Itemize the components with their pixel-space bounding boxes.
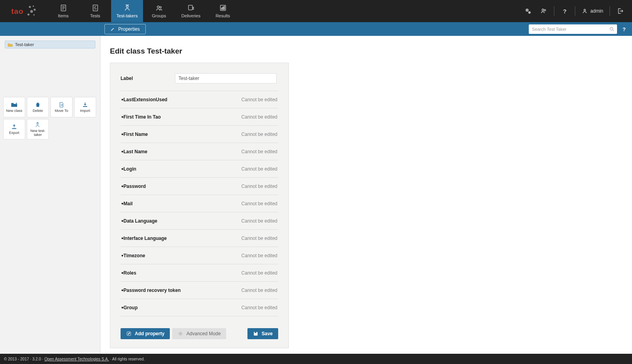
import-icon [82,102,89,108]
svg-point-23 [527,10,528,11]
search-input[interactable] [529,24,617,34]
properties-button[interactable]: Properties [104,24,146,34]
footer-version: 3.2.0 · [32,357,43,361]
svg-point-0 [29,6,31,8]
tree-item-test-taker[interactable]: Test-taker [5,41,95,48]
property-row: LoginCannot be edited [121,160,278,178]
results-icon [219,4,227,12]
property-name: Interface Language [121,235,167,241]
property-row: Password recovery tokenCannot be edited [121,282,278,299]
new-test-taker-button[interactable]: New test-taker [27,119,49,139]
svg-point-16 [160,6,161,8]
help-button[interactable]: ? [558,4,572,18]
property-row: Last NameCannot be edited [121,143,278,160]
nav-right: ? admin [521,0,632,22]
property-name: Roles [121,269,136,276]
property-status: Cannot be edited [242,288,277,293]
move-to-button[interactable]: Move To [50,97,72,117]
footer-copyright: © 2013 - 2017 · [4,357,31,361]
save-icon [253,331,258,336]
svg-point-2 [33,9,35,11]
nav-deliveries-tab[interactable]: Deliveries [175,0,207,22]
help-icon: ? [563,8,567,15]
property-name: Timezone [121,252,145,259]
tree: Test-taker [0,36,100,53]
property-status: Cannot be edited [242,218,277,224]
property-name: Password [121,183,146,189]
property-name: Password recovery token [121,287,181,293]
action-label: Export [9,131,19,135]
main-layout: Test-taker + New class Delete Move To Im… [0,36,632,354]
svg-point-24 [529,12,531,14]
property-status: Cannot be edited [242,201,277,206]
gears-icon [524,7,532,15]
svg-point-32 [37,123,38,124]
nav-groups-tab[interactable]: Groups [143,0,175,22]
property-status: Cannot be edited [242,132,277,137]
user-menu[interactable]: admin [578,8,606,14]
svg-point-28 [584,9,586,11]
svg-point-25 [529,12,530,13]
edit-plus-icon [126,331,132,336]
property-row: GroupCannot be edited [121,299,278,316]
nav-results-tab[interactable]: Results [207,0,239,22]
import-button[interactable]: Import [74,97,96,117]
button-label: Advanced Mode [186,331,221,336]
property-row: RolesCannot be edited [121,264,278,282]
nav-label: Groups [152,13,166,18]
property-name: Group [121,304,138,311]
svg-rect-17 [188,5,192,10]
label-input[interactable] [175,73,277,84]
save-button[interactable]: Save [247,328,278,339]
nav-items-tab[interactable]: Items [47,0,79,22]
action-label: Import [80,109,90,113]
action-label: Move To [55,109,68,113]
svg-point-26 [542,9,544,11]
action-panel: + New class Delete Move To Import Export [3,97,96,139]
action-label: New test-taker [28,129,48,137]
top-nav: tao Items Tests Test-takers Groups Deliv… [0,0,632,22]
button-label: Add property [135,331,164,336]
separator [554,6,554,16]
settings-button[interactable] [521,4,535,18]
nav-testtakers-tab[interactable]: Test-takers [111,0,143,22]
svg-point-5 [33,14,35,16]
search-help-button[interactable]: ? [620,26,628,32]
add-property-button[interactable]: Add property [121,328,170,339]
action-label: New class [6,109,22,113]
property-row: Data LanguageCannot be edited [121,212,278,230]
property-status: Cannot be edited [242,97,277,102]
logo[interactable]: tao [0,0,47,22]
advanced-mode-button[interactable]: Advanced Mode [172,328,226,339]
logout-button[interactable] [613,4,627,18]
footer-vendor-link[interactable]: Open Assessment Technologies S.A. [45,357,109,361]
label-row: Label [121,73,278,84]
action-bar: Properties ? [0,22,632,36]
person-icon [123,4,131,12]
property-row: MailCannot be edited [121,195,278,212]
logout-icon [617,7,624,15]
delete-button[interactable]: Delete [27,97,49,117]
pencil-icon [110,27,115,32]
export-button[interactable]: Export [3,119,25,139]
page-title: Edit class Test-taker [110,47,623,56]
property-name: Login [121,165,136,172]
property-name: First Name [121,131,148,137]
panel-actions: Add property Advanced Mode Save [121,328,278,339]
svg-point-3 [30,10,33,13]
gear-icon [178,331,183,336]
property-status: Cannot be edited [242,253,277,258]
svg-point-27 [544,9,546,11]
users-icon [540,7,547,15]
nav-label: Tests [90,13,100,18]
nav-tests-tab[interactable]: Tests [79,0,111,22]
label-field-label: Label [121,76,175,81]
svg-rect-19 [221,8,222,9]
footer: © 2013 - 2017 · 3.2.0 · Open Assessment … [0,354,632,364]
separator [610,6,610,16]
test-icon [91,4,99,12]
new-class-button[interactable]: + New class [3,97,25,117]
property-status: Cannot be edited [242,114,277,120]
user-name: admin [590,8,603,14]
users-button[interactable] [537,4,551,18]
